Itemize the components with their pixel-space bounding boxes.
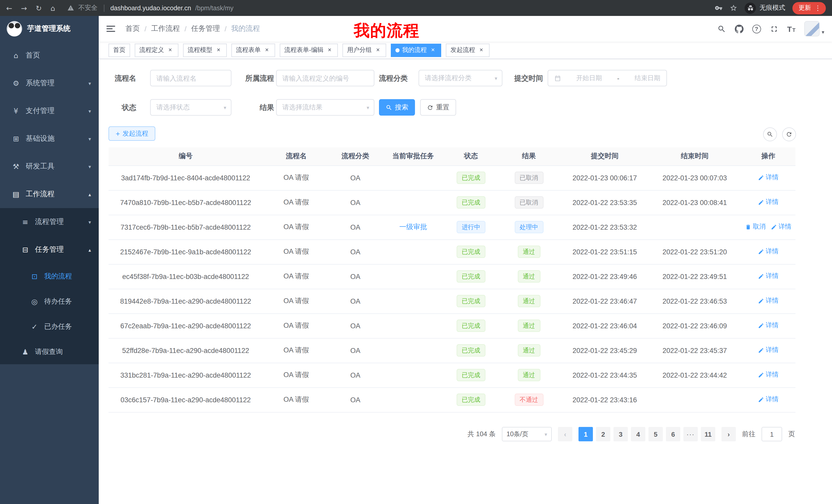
start-date-placeholder[interactable]: 开始日期	[576, 74, 602, 82]
cancel-link[interactable]: 取消	[745, 223, 766, 231]
detail-link[interactable]: 详情	[771, 223, 791, 231]
detail-link[interactable]: 详情	[758, 297, 779, 305]
sidebar-item-task-mgmt[interactable]: ⊟任务管理▴	[0, 236, 99, 263]
sidebar-item-process-mgmt[interactable]: ≡流程管理▾	[0, 208, 99, 236]
breadcrumb-item[interactable]: 首页	[126, 24, 140, 33]
url-host[interactable]: dashboard.yudao.iocoder.cn	[110, 4, 191, 11]
page-button-6[interactable]: 6	[666, 427, 680, 441]
cell-category: OA	[330, 165, 381, 190]
leave-icon: ♟	[21, 347, 29, 356]
category-select[interactable]: 请选择流程分类 ▾	[419, 70, 502, 86]
tab-my-process[interactable]: 我的流程×	[391, 44, 441, 57]
next-page-button[interactable]: ›	[722, 427, 736, 441]
parent-process-input[interactable]	[276, 70, 374, 86]
page-button-11[interactable]: 11	[701, 427, 715, 441]
table-search-toggle-button[interactable]	[763, 128, 777, 141]
breadcrumb-item[interactable]: 任务管理	[191, 24, 220, 33]
close-icon[interactable]: ×	[374, 47, 382, 54]
detail-link[interactable]: 详情	[758, 173, 779, 182]
task-link[interactable]: 一级审批	[399, 223, 427, 231]
close-icon[interactable]: ×	[478, 47, 485, 54]
end-date-placeholder[interactable]: 结束日期	[634, 74, 660, 82]
table-row: 3ad174fb-7b9d-11ec-8404-acde48001122OA 请…	[108, 165, 796, 190]
sidebar-item-infrastructure[interactable]: ⊞基础设施▾	[0, 125, 99, 152]
tab-process-form[interactable]: 流程表单×	[231, 44, 275, 57]
sidebar-item-home[interactable]: ⌂首页	[0, 41, 99, 69]
breadcrumb-item[interactable]: 工作流程	[151, 24, 180, 33]
security-label[interactable]: 不安全	[78, 4, 98, 12]
menu-dots-icon[interactable]: ⋮	[814, 4, 821, 12]
page-button-5[interactable]: 5	[648, 427, 663, 441]
table-refresh-button[interactable]	[782, 128, 796, 141]
tab-user-group[interactable]: 用户分组×	[342, 44, 386, 57]
avatar[interactable]	[804, 21, 820, 36]
cell-end-time: 2022-01-22 23:49:51	[648, 264, 741, 289]
detail-link[interactable]: 详情	[758, 272, 779, 281]
forward-icon[interactable]: →	[21, 4, 27, 11]
close-icon[interactable]: ×	[430, 47, 437, 54]
tab-process-form-edit[interactable]: 流程表单-编辑×	[280, 44, 338, 57]
navbar: 首页/工作流程/任务管理/我的流程 ?TT ▾	[99, 16, 832, 41]
sidebar-item-workflow[interactable]: ▤工作流程▴	[0, 180, 99, 208]
search-button[interactable]: 搜索	[379, 99, 415, 116]
detail-link[interactable]: 详情	[758, 371, 779, 380]
prev-page-button[interactable]: ‹	[558, 427, 572, 441]
page-button-3[interactable]: 3	[614, 427, 628, 441]
detail-link[interactable]: 详情	[758, 346, 779, 355]
page-button-2[interactable]: 2	[596, 427, 610, 441]
font-size-icon[interactable]: TT	[787, 24, 796, 33]
sidebar-logo[interactable]: 芋道管理系统	[0, 16, 99, 41]
back-icon[interactable]: ←	[6, 4, 12, 11]
page-button-4[interactable]: 4	[631, 427, 645, 441]
tab-start-process[interactable]: 发起流程×	[446, 44, 490, 57]
tab-process-definition[interactable]: 流程定义×	[135, 44, 178, 57]
tab-label: 用户分组	[347, 46, 372, 54]
close-icon[interactable]: ×	[326, 47, 333, 54]
chevron-down-icon: ▾	[545, 431, 547, 437]
tab-process-model[interactable]: 流程模型×	[183, 44, 227, 57]
sidebar-item-todo-task[interactable]: ◎待办任务	[0, 289, 99, 314]
result-select[interactable]: 请选择流结果 ▾	[276, 99, 374, 116]
reload-icon[interactable]: ↻	[36, 4, 42, 11]
sidebar-item-devtools[interactable]: ⚒研发工具▾	[0, 152, 99, 180]
create-process-button[interactable]: + 发起流程	[108, 127, 155, 141]
detail-link[interactable]: 详情	[758, 247, 779, 256]
browser-home-icon[interactable]: ⌂	[50, 4, 55, 11]
detail-link[interactable]: 详情	[758, 395, 779, 404]
key-icon[interactable]	[715, 4, 723, 12]
bookmark-star-icon[interactable]	[730, 4, 737, 12]
close-icon[interactable]: ×	[166, 47, 174, 54]
detail-link[interactable]: 详情	[758, 198, 779, 207]
hamburger-icon[interactable]	[106, 24, 117, 34]
status-select[interactable]: 请选择状态 ▾	[150, 99, 231, 116]
sidebar-item-payment[interactable]: ¥支付管理▾	[0, 97, 99, 125]
cell-category: OA	[330, 289, 381, 313]
submit-time-range-picker[interactable]: 开始日期 - 结束日期	[548, 70, 667, 86]
address-bar[interactable]: 不安全 dashboard.yudao.iocoder.cn/bpm/task/…	[67, 4, 715, 12]
table-row: 52ffd28e-7b9a-11ec-a290-acde48001122OA 请…	[108, 338, 796, 363]
page-button-1[interactable]: 1	[578, 427, 593, 441]
update-button[interactable]: 更新 ⋮	[792, 2, 826, 14]
user-menu[interactable]: ▾	[804, 21, 824, 36]
help-icon[interactable]: ?	[752, 24, 761, 33]
close-icon[interactable]: ×	[215, 47, 222, 54]
goto-page-input[interactable]	[761, 427, 782, 441]
cell-end-time: 2022-01-22 23:44:42	[648, 363, 741, 387]
reset-button[interactable]: 重置	[420, 99, 456, 116]
search-icon[interactable]	[717, 24, 726, 33]
tab-home[interactable]: 首页	[108, 44, 130, 57]
github-icon[interactable]	[734, 24, 743, 33]
close-icon[interactable]: ×	[263, 47, 270, 54]
sidebar-item-done-task[interactable]: ✓已办任务	[0, 314, 99, 339]
process-name-input[interactable]	[150, 70, 231, 86]
sidebar-item-leave-query[interactable]: ♟请假查询	[0, 339, 99, 364]
fullscreen-icon[interactable]	[770, 24, 778, 33]
sidebar-item-my-process[interactable]: ⊡我的流程	[0, 263, 99, 289]
sidebar-item-system[interactable]: ⚙系统管理▾	[0, 69, 99, 97]
incognito-icon	[745, 2, 756, 13]
pager-more-button[interactable]: ···	[683, 427, 698, 441]
page-size-select[interactable]: 10条/页 ▾	[502, 427, 552, 441]
status-tag: 已完成	[457, 319, 486, 332]
url-path[interactable]: /bpm/task/my	[195, 4, 233, 11]
detail-link[interactable]: 详情	[758, 321, 779, 330]
